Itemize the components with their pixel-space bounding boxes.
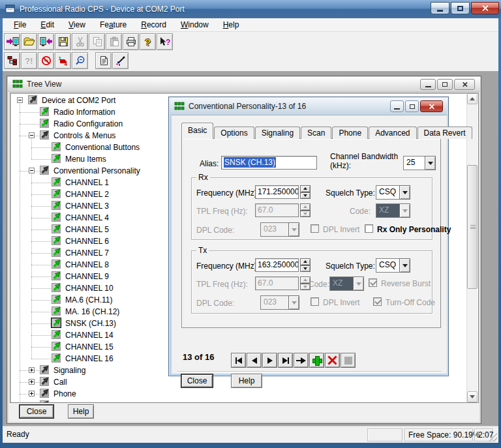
report-button[interactable]	[95, 52, 112, 69]
chevron-down-icon	[292, 228, 297, 231]
help-icon: ?	[145, 37, 151, 48]
folder-arrow-icon	[39, 365, 50, 375]
tab-advanced[interactable]: Advanced	[369, 127, 416, 139]
tree-close-button[interactable]	[454, 79, 475, 90]
wizard-button[interactable]	[112, 52, 129, 69]
rx-only-personality-checkbox[interactable]	[365, 224, 373, 233]
dropdown-arrow-button	[353, 276, 364, 291]
find-button[interactable]	[72, 52, 88, 69]
menu-file[interactable]: File	[7, 19, 33, 31]
close-button[interactable]	[471, 2, 499, 14]
rx-group-title: Rx	[196, 173, 210, 182]
tx-dpl-value: 023	[260, 295, 288, 310]
tree-hierarchy-line	[31, 139, 32, 159]
tab-scan[interactable]: Scan	[301, 127, 331, 139]
spin-up-button[interactable]	[300, 185, 311, 192]
print-button[interactable]	[123, 33, 139, 50]
open-file-button[interactable]	[21, 33, 37, 50]
rx-squelch-combobox[interactable]: CSQ	[376, 185, 410, 200]
tree-connector	[31, 194, 51, 195]
tree-item-phone[interactable]: Phone	[10, 388, 478, 400]
alias-input[interactable]: SNSK (CH.13)	[221, 156, 317, 170]
menu-feature[interactable]: Feature	[93, 19, 134, 31]
alias-selected-text: SNSK (CH.13)	[224, 157, 276, 168]
dialog-title-bar[interactable]: Conventional Personality-13 of 16	[170, 98, 448, 115]
tree-item-label: CHANNEL 5	[64, 224, 110, 235]
rx-tpl-spinner	[300, 203, 311, 217]
menu-view[interactable]: View	[61, 19, 93, 31]
spin-down-button[interactable]	[300, 265, 311, 273]
chevron-down-icon	[428, 162, 433, 165]
save-button[interactable]	[55, 33, 71, 50]
character-range-button[interactable]: 14	[55, 52, 71, 69]
spin-up-button[interactable]	[300, 258, 311, 265]
tab-signaling[interactable]: Signaling	[255, 127, 300, 139]
spin-down-button[interactable]	[300, 192, 311, 200]
tree-view-button[interactable]	[4, 52, 20, 69]
menu-window[interactable]: Window	[174, 19, 216, 31]
folder-arrow-icon	[39, 388, 50, 398]
tree-maximize-button[interactable]	[437, 79, 453, 90]
context-help-button[interactable]: ?	[157, 33, 173, 50]
rx-frequency-spinner[interactable]	[300, 185, 311, 199]
menu-edit[interactable]: Edit	[33, 19, 61, 31]
tx-squelch-label: Squelch Type:	[326, 261, 375, 271]
add-record-button[interactable]	[309, 353, 324, 368]
rx-dpl-label: DPL Code:	[196, 226, 234, 235]
dialog-help-button[interactable]: Help	[231, 374, 262, 388]
collapse-box-icon[interactable]	[29, 168, 35, 173]
dialog-maximize-button[interactable]	[405, 100, 419, 112]
previous-record-button[interactable]	[247, 353, 262, 368]
tree-item-label: Controls & Menus	[52, 130, 117, 141]
tree-help-button[interactable]: Help	[68, 404, 94, 419]
read-device-button[interactable]	[4, 33, 20, 50]
delete-record-button[interactable]	[325, 353, 340, 368]
tab-phone[interactable]: Phone	[332, 127, 368, 139]
dropdown-arrow-button[interactable]	[399, 185, 410, 200]
last-record-button[interactable]	[278, 353, 293, 368]
minimize-button[interactable]	[431, 2, 449, 14]
alias-label: Alias:	[200, 159, 219, 168]
expand-box-icon[interactable]	[29, 391, 35, 396]
menu-help[interactable]: Help	[216, 19, 247, 31]
tree-close-push-button[interactable]: Close	[19, 404, 54, 419]
first-record-button[interactable]	[231, 353, 246, 368]
tree-view-title-bar[interactable]: Tree View	[8, 77, 480, 92]
collapse-box-icon[interactable]	[29, 132, 35, 138]
wizard-icon	[115, 55, 126, 66]
rx-frequency-input[interactable]: 171.250000	[255, 185, 299, 199]
dropdown-arrow-button[interactable]	[399, 258, 410, 273]
tree-item-label: Phone	[52, 389, 78, 399]
dialog-close-push-button[interactable]: Close	[181, 374, 213, 388]
tab-data-revert[interactable]: Data Revert	[418, 127, 472, 139]
tab-options[interactable]: Options	[214, 127, 254, 139]
tx-frequency-spinner[interactable]	[300, 258, 311, 272]
first-record-icon	[235, 357, 242, 364]
maximize-button[interactable]	[451, 2, 470, 14]
tx-squelch-combobox[interactable]: CSQ	[376, 258, 410, 273]
help-button[interactable]: ?	[140, 33, 156, 50]
dialog-close-button[interactable]	[420, 100, 443, 112]
title-bar[interactable]: Professional Radio CPS - Device at COM2 …	[0, 0, 501, 18]
bandwidth-combobox[interactable]: 25	[403, 156, 436, 170]
tree-connector	[31, 183, 51, 183]
expand-box-icon[interactable]	[29, 379, 35, 385]
open-file-icon	[23, 37, 35, 47]
toolbar-area: ?? ?!14	[3, 32, 498, 71]
tx-frequency-input[interactable]: 163.250000	[255, 258, 299, 272]
no-access-button[interactable]	[38, 52, 54, 69]
blank-button	[341, 353, 356, 368]
rx-frequency-label: Frequency (MHz):	[196, 188, 259, 198]
tree-minimize-button[interactable]	[420, 79, 436, 90]
write-device-button[interactable]	[38, 33, 54, 50]
dropdown-arrow-button[interactable]	[425, 156, 436, 170]
dialog-minimize-button[interactable]	[390, 100, 404, 112]
tab-basic[interactable]: Basic	[181, 123, 213, 139]
next-record-button[interactable]	[262, 353, 277, 368]
tree-item-label: MA. 16 (CH.12)	[64, 306, 121, 317]
channel-arrow-icon	[51, 200, 61, 211]
menu-record[interactable]: Record	[134, 19, 174, 31]
goto-record-button[interactable]	[294, 353, 309, 368]
expand-box-icon[interactable]	[29, 367, 35, 373]
collapse-box-icon[interactable]	[17, 97, 23, 103]
